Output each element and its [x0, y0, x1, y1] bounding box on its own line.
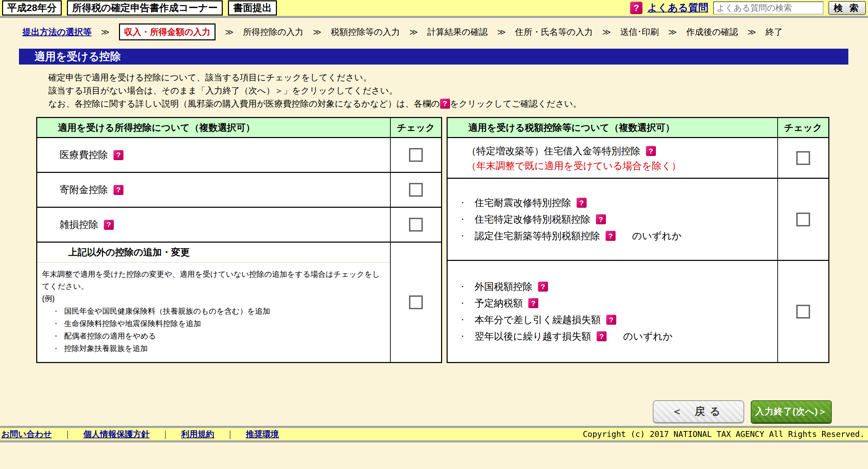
list-item: ・ 控除対象扶養親族を追加: [42, 342, 382, 355]
other-deductions-example-list: ・ 国民年金や国民健康保険料（扶養親族のものを含む）を追加 ・ 生命保険料控除や…: [42, 305, 382, 355]
breadcrumb-separator: ≫: [748, 27, 756, 37]
table-row-housing-renovation-credits: ・ 住宅耐震改修特別控除 ? ・ 住宅特定改修特別税額控除 ? ・ 認定住宅新築…: [448, 178, 828, 260]
medical-deduction-help-icon[interactable]: ?: [113, 150, 123, 160]
checkbox-casualty-loss-deduction[interactable]: [409, 218, 423, 232]
footer-link-recommended-environment[interactable]: 推奨環境: [246, 429, 279, 440]
search-button[interactable]: 検 索: [828, 1, 866, 15]
breadcrumb-separator: ≫: [602, 27, 611, 37]
bullet-icon: ・: [459, 315, 475, 325]
bullet-icon: ・: [459, 198, 475, 208]
donation-deduction-help-icon[interactable]: ?: [113, 185, 123, 195]
housing-loan-line: （特定増改築等）住宅借入金等特別控除 ?: [467, 144, 777, 158]
bullet-icon: ・: [459, 214, 475, 225]
check-cell: [777, 179, 828, 260]
estimated-tax-help-icon[interactable]: ?: [528, 298, 538, 308]
bullet-icon: ・: [459, 231, 475, 241]
other-tax-credits-cell: ・ 外国税額控除 ? ・ 予定納税額 ? ・ 本年分で差し引く繰越損失額 ?: [448, 261, 777, 362]
specified-renovation-help-icon[interactable]: ?: [596, 214, 606, 224]
copyright-text: Copyright (c) 2017 NATIONAL TAX AGENCY A…: [583, 430, 865, 439]
housing-loan-exclusion-note: （年末調整で既に適用を受けている場合を除く）: [467, 158, 777, 173]
breadcrumb-separator: ≫: [313, 27, 321, 37]
check-cell: [777, 261, 828, 362]
breadcrumb-step-submission-method[interactable]: 提出方法の選択等: [22, 26, 92, 38]
checkbox-housing-loan-credit[interactable]: [796, 151, 810, 165]
carryover-loss-future-label: 翌年以後に繰り越す損失額: [475, 330, 591, 343]
instruction-line: 該当する項目がない場合は、そのまま「入力終了（次へ）＞」をクリックしてください。: [48, 84, 868, 97]
faq-search-input[interactable]: [713, 1, 824, 14]
donation-deduction-label: 寄附金控除: [60, 183, 108, 196]
table-row-casualty-loss-deduction: 雑損控除 ?: [37, 207, 441, 242]
checkbox-housing-renovation-credits[interactable]: [796, 213, 810, 226]
row-label-cell: 雑損控除 ?: [37, 208, 390, 242]
casualty-loss-help-icon[interactable]: ?: [104, 220, 114, 230]
footer-link-privacy-policy[interactable]: 個人情報保護方針: [83, 429, 150, 440]
back-button[interactable]: ＜ 戻る: [653, 400, 744, 423]
footer-link-terms[interactable]: 利用規約: [181, 429, 214, 440]
bullet-icon: ・: [52, 305, 64, 317]
income-table-check-header: チェック: [390, 118, 441, 137]
breadcrumb-step-calculation-check: 計算結果の確認: [427, 26, 488, 38]
housing-loan-cell: （特定増改築等）住宅借入金等特別控除 ? （年末調整で既に適用を受けている場合を…: [448, 138, 777, 178]
carryover-loss-future-help-icon[interactable]: ?: [597, 331, 607, 341]
income-table-header-row: 適用を受ける所得控除について（複数選択可） チェック: [37, 118, 441, 137]
housing-renovation-cell: ・ 住宅耐震改修特別控除 ? ・ 住宅特定改修特別税額控除 ? ・ 認定住宅新築…: [448, 179, 777, 260]
tax-credit-table: 適用を受ける税額控除等について（複数選択可） チェック （特定増改築等）住宅借入…: [447, 117, 829, 363]
checkbox-donation-deduction[interactable]: [409, 183, 423, 197]
row-label-cell: 医療費控除 ?: [37, 138, 390, 172]
carryover-loss-current-help-icon[interactable]: ?: [606, 315, 616, 325]
estimated-tax-prepayment-label: 予定納税額: [475, 297, 523, 310]
breadcrumb-step-after-creation: 作成後の確認: [686, 26, 738, 38]
checkbox-other-deductions[interactable]: [409, 295, 423, 309]
footer-links: お問い合わせ ｜ 個人情報保護方針 ｜ 利用規約 ｜ 推奨環境: [1, 429, 279, 440]
instruction-line: 確定申告で適用を受ける控除について、該当する項目にチェックをしてください。: [48, 71, 868, 84]
list-item: ・ 生命保険料控除や地震保険料控除を追加: [42, 317, 382, 330]
year-badge: 平成28年分: [2, 0, 62, 16]
checkbox-other-tax-credits[interactable]: [796, 305, 810, 319]
certified-housing-help-icon[interactable]: ?: [606, 231, 616, 241]
footer: お問い合わせ ｜ 個人情報保護方針 ｜ 利用規約 ｜ 推奨環境 Copyrigh…: [0, 426, 868, 442]
breadcrumb-step-income-deductions: 所得控除の入力: [243, 26, 303, 38]
list-item: ・ 本年分で差し引く繰越損失額 ?: [459, 313, 777, 326]
housing-loan-help-icon[interactable]: ?: [646, 146, 656, 156]
casualty-loss-deduction-label: 雑損控除: [60, 218, 98, 231]
breadcrumb-step-address-name: 住所・氏名等の入力: [515, 26, 593, 38]
table-row-other-deductions: 上記以外の控除の追加・変更 年末調整で適用を受けた控除の変更や、適用を受けていな…: [37, 242, 441, 362]
carryover-loss-current-label: 本年分で差し引く繰越損失額: [475, 313, 601, 326]
other-tax-credits-list: ・ 外国税額控除 ? ・ 予定納税額 ? ・ 本年分で差し引く繰越損失額 ?: [448, 261, 777, 362]
finish-input-next-button[interactable]: 入力終了(次へ)＞: [751, 400, 832, 423]
deduction-tables: 適用を受ける所得控除について（複数選択可） チェック 医療費控除 ? 寄附金控除…: [36, 117, 868, 363]
either-one-suffix: のいずれか: [632, 229, 681, 243]
example-pension-premiums: 国民年金や国民健康保険料（扶養親族のものを含む）を追加: [64, 305, 270, 317]
breadcrumb-step-send-print: 送信･印刷: [620, 26, 659, 38]
other-deductions-description: 年末調整で適用を受けた控除の変更や、適用を受けていない控除の追加をする場合はチェ…: [37, 263, 390, 362]
bullet-icon: ・: [459, 282, 475, 292]
bullet-icon: ・: [52, 343, 64, 355]
bullet-icon: ・: [52, 330, 64, 342]
action-buttons: ＜ 戻る 入力終了(次へ)＞: [0, 400, 832, 423]
breadcrumb: 提出方法の選択等 ≫ 収入・所得金額の入力 ≫ 所得控除の入力 ≫ 税額控除等の…: [0, 18, 868, 45]
checkbox-medical-deduction[interactable]: [409, 148, 423, 162]
breadcrumb-step-tax-credits: 税額控除等の入力: [331, 26, 400, 38]
footer-separator: ｜: [226, 429, 234, 440]
housing-renovation-list: ・ 住宅耐震改修特別控除 ? ・ 住宅特定改修特別税額控除 ? ・ 認定住宅新築…: [448, 179, 777, 260]
app-title: 所得税の確定申告書作成コーナー: [67, 0, 223, 16]
submit-method-badge: 書面提出: [228, 0, 277, 16]
top-bar: 平成28年分 所得税の確定申告書作成コーナー 書面提出 ? よくある質問 検 索: [0, 0, 868, 16]
faq-link[interactable]: よくある質問: [647, 1, 708, 15]
certified-housing-credit-label: 認定住宅新築等特別税額控除: [475, 229, 600, 243]
check-cell: [390, 138, 441, 172]
row-label-cell: 寄附金控除 ?: [37, 173, 390, 207]
top-bar-right: ? よくある質問 検 索: [630, 1, 866, 15]
foreign-tax-credit-help-icon[interactable]: ?: [538, 282, 548, 292]
example-dependents: 控除対象扶養親族を追加: [64, 342, 148, 354]
bullet-icon: ・: [459, 298, 475, 309]
tax-credit-table-header: 適用を受ける税額控除等について（複数選択可）: [448, 118, 777, 137]
list-item: ・ 認定住宅新築等特別税額控除 ? のいずれか: [459, 229, 777, 243]
instructions: 確定申告で適用を受ける控除について、該当する項目にチェックをしてください。 該当…: [48, 71, 868, 110]
footer-separator: ｜: [161, 429, 170, 440]
seismic-retrofit-help-icon[interactable]: ?: [577, 198, 587, 208]
faq-help-icon[interactable]: ?: [630, 2, 642, 14]
footer-link-contact[interactable]: お問い合わせ: [1, 429, 52, 440]
example-spouse-deduction: 配偶者控除の適用をやめる: [64, 330, 156, 342]
list-item: ・ 国民年金や国民健康保険料（扶養親族のものを含む）を追加: [42, 305, 382, 317]
